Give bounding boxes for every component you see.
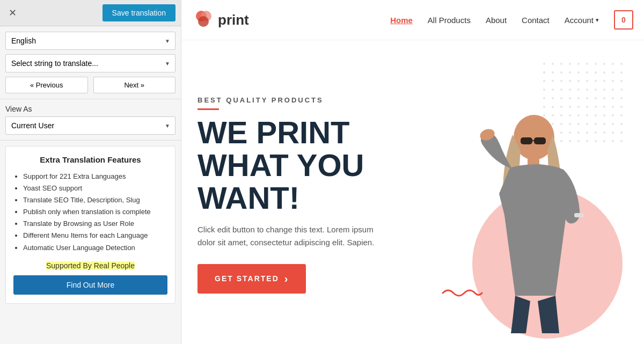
supported-text: Supported By Real People <box>13 261 167 270</box>
account-label: Account <box>565 16 594 25</box>
chevron-down-icon: ▾ <box>596 17 599 24</box>
hero-section: BEST QUALITY PRODUCTS WE PRINT WHAT YOU … <box>181 40 644 344</box>
squiggle-decoration <box>440 285 483 301</box>
string-select-wrapper: Select string to translate... <box>5 54 175 72</box>
cart-count: 0 <box>621 16 626 24</box>
hero-image-area <box>424 56 628 333</box>
translation-panel: ✕ Save translation English French Spanis… <box>0 0 181 344</box>
view-as-select-wrapper: Current User Guest Administrator <box>5 116 175 135</box>
logo-area: print <box>192 9 249 31</box>
language-select-wrapper: English French Spanish German <box>5 32 175 50</box>
list-item: Automatic User Language Detection <box>23 242 167 254</box>
hero-title: WE PRINT WHAT YOU WANT! <box>197 116 424 215</box>
svg-rect-11 <box>574 213 584 217</box>
supported-highlight: Supported By Real People <box>46 261 135 270</box>
close-icon: ✕ <box>9 8 17 18</box>
logo-text: print <box>218 12 249 28</box>
site-preview: print Home All Products About Contact Ac… <box>181 0 644 344</box>
save-translation-button[interactable]: Save translation <box>103 4 175 21</box>
language-select[interactable]: English French Spanish German <box>5 32 175 50</box>
close-button[interactable]: ✕ <box>5 6 20 20</box>
hero-subtitle: BEST QUALITY PRODUCTS <box>197 96 424 104</box>
list-item: Yoast SEO support <box>23 182 167 194</box>
site-navigation: print Home All Products About Contact Ac… <box>181 0 644 40</box>
hero-description: Click edit button to change this text. L… <box>197 223 391 249</box>
nav-home-link[interactable]: Home <box>390 16 413 25</box>
nav-links: Home All Products About Contact Account … <box>390 10 633 30</box>
nav-contact-link[interactable]: Contact <box>522 16 550 25</box>
logo-icon <box>192 9 215 31</box>
string-select[interactable]: Select string to translate... <box>5 54 175 72</box>
view-as-section: View As Current User Guest Administrator <box>0 99 181 141</box>
toolbar: ✕ Save translation <box>0 0 181 26</box>
extra-features-panel: Extra Translation Features Support for 2… <box>5 146 175 304</box>
nav-products-link[interactable]: All Products <box>428 16 471 25</box>
previous-button[interactable]: « Previous <box>5 77 88 93</box>
svg-point-2 <box>198 16 209 27</box>
nav-account-dropdown[interactable]: Account ▾ <box>565 16 599 25</box>
cta-button[interactable]: GET STARTED › <box>197 264 306 294</box>
list-item: Translate SEO Title, Description, Slug <box>23 194 167 206</box>
svg-rect-8 <box>521 137 532 144</box>
next-button[interactable]: Next » <box>93 77 176 93</box>
list-item: Translate by Browsing as User Role <box>23 218 167 230</box>
translation-controls: English French Spanish German Select str… <box>0 26 181 99</box>
nav-about-link[interactable]: About <box>486 16 507 25</box>
extra-features-title: Extra Translation Features <box>13 155 167 164</box>
cta-label: GET STARTED <box>215 274 279 283</box>
list-item: Support for 221 Extra Languages <box>23 171 167 182</box>
hero-content: BEST QUALITY PRODUCTS WE PRINT WHAT YOU … <box>197 56 424 333</box>
view-as-label: View As <box>5 105 175 113</box>
extra-features-list: Support for 221 Extra Languages Yoast SE… <box>13 171 167 254</box>
svg-rect-9 <box>534 137 546 144</box>
cart-button[interactable]: 0 <box>614 10 633 30</box>
find-out-more-button[interactable]: Find Out More <box>13 275 167 295</box>
nav-buttons: « Previous Next » <box>5 77 175 93</box>
view-as-select[interactable]: Current User Guest Administrator <box>5 116 175 135</box>
cta-arrow-icon: › <box>284 273 289 285</box>
hero-underline-decoration <box>197 108 219 110</box>
list-item: Publish only when translation is complet… <box>23 206 167 218</box>
list-item: Different Menu Items for each Language <box>23 230 167 241</box>
